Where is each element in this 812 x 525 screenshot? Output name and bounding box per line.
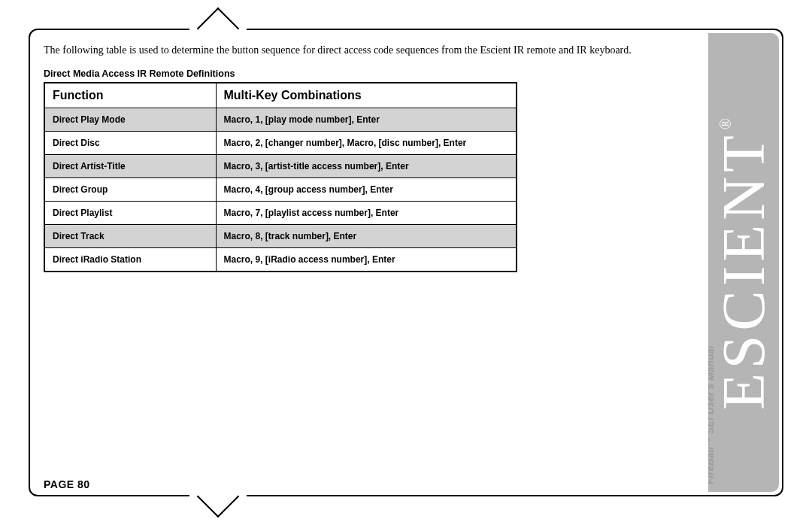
intro-text: The following table is used to determine… — [44, 44, 683, 58]
manual-page: The following table is used to determine… — [0, 0, 812, 525]
cell-function: Direct Playlist — [44, 201, 216, 224]
definitions-table: Function Multi-Key Combinations Direct P… — [44, 82, 517, 272]
cell-combination: Macro, 1, [play mode number], Enter — [216, 108, 517, 131]
table-row: Direct DiscMacro, 2, [changer number], M… — [44, 131, 517, 154]
cell-combination: Macro, 7, [playlist access number], Ente… — [216, 201, 517, 224]
brand-logo-text: ESCIENT® — [714, 115, 774, 410]
content-area: The following table is used to determine… — [44, 44, 683, 272]
table-row: Direct iRadio StationMacro, 9, [iRadio a… — [44, 247, 517, 272]
table-row: Direct Play ModeMacro, 1, [play mode num… — [44, 108, 517, 131]
brand-wrap: ESCIENT® — [708, 33, 779, 492]
header-function: Function — [44, 83, 216, 108]
cell-combination: Macro, 8, [track number], Enter — [216, 224, 517, 247]
table-row: Direct TrackMacro, 8, [track number], En… — [44, 224, 517, 247]
cell-function: Direct Artist-Title — [44, 154, 216, 178]
cell-combination: Macro, 3, [artist-title access number], … — [216, 154, 517, 178]
cell-combination: Macro, 2, [changer number], Macro, [disc… — [216, 131, 517, 154]
cell-combination: Macro, 9, [iRadio access number], Enter — [216, 247, 517, 272]
cell-function: Direct Track — [44, 224, 216, 247]
table-row: Direct GroupMacro, 4, [group access numb… — [44, 178, 517, 201]
cell-function: Direct iRadio Station — [44, 247, 216, 272]
table-row: Direct Artist-TitleMacro, 3, [artist-tit… — [44, 154, 517, 178]
registered-mark: ® — [717, 114, 734, 129]
table-row: Direct PlaylistMacro, 7, [playlist acces… — [44, 201, 517, 224]
table-caption: Direct Media Access IR Remote Definition… — [44, 68, 683, 79]
cell-function: Direct Group — [44, 178, 216, 201]
cell-combination: Macro, 4, [group access number], Enter — [216, 178, 517, 201]
doc-title: FireBall™ SEi User's Manual — [708, 345, 716, 484]
cell-function: Direct Play Mode — [44, 108, 216, 131]
table-header-row: Function Multi-Key Combinations — [44, 83, 517, 108]
cell-function: Direct Disc — [44, 131, 216, 154]
brand-sidebar: ESCIENT® FireBall™ SEi User's Manual — [708, 33, 779, 492]
page-number: PAGE 80 — [44, 478, 90, 490]
header-combinations: Multi-Key Combinations — [216, 83, 517, 108]
brand-name: ESCIENT — [710, 131, 777, 410]
